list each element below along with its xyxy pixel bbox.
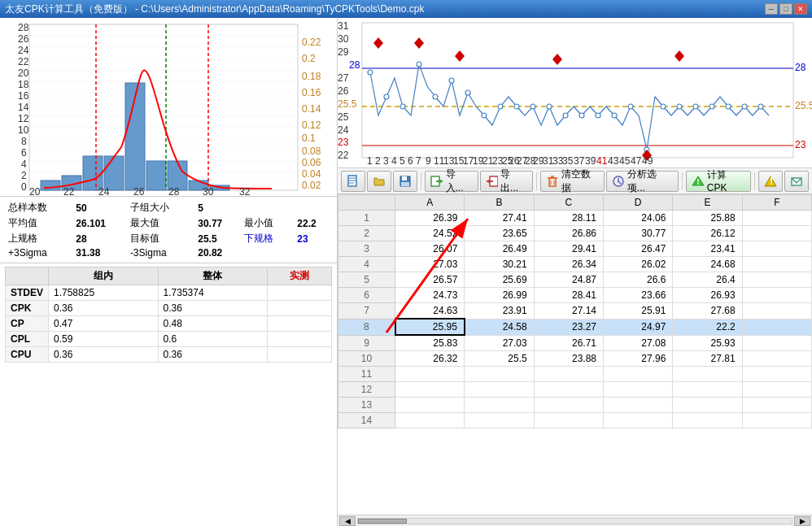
cell-f[interactable] [742,211,811,226]
cell-f[interactable] [742,367,811,382]
cell-a[interactable]: 26.57 [395,272,465,288]
cell-a[interactable]: 26.07 [395,241,465,257]
cell-e[interactable] [673,398,742,413]
cell-c[interactable]: 26.34 [534,257,603,272]
cell-b[interactable]: 27.41 [465,211,534,226]
cell-b[interactable]: 24.58 [465,319,534,335]
cell-f[interactable] [742,288,811,303]
cell-c[interactable]: 23.27 [534,319,603,335]
cell-e[interactable]: 22.2 [673,319,742,335]
cell-d[interactable] [603,382,672,398]
cell-b[interactable]: 23.65 [465,226,534,241]
col-F[interactable]: F [742,195,811,211]
cell-d[interactable] [603,367,672,382]
col-D[interactable]: D [603,195,672,211]
cell-a[interactable]: 25.95 [395,319,465,335]
clear-button[interactable]: 清空数据 [540,171,605,192]
cell-f[interactable] [742,319,811,335]
cell-f[interactable] [742,413,811,428]
cell-c[interactable]: 28.41 [534,288,603,303]
cell-d[interactable]: 26.47 [603,241,672,257]
cell-a[interactable]: 24.52 [395,226,465,241]
cell-f[interactable] [742,382,811,398]
cell-e[interactable]: 26.12 [673,226,742,241]
cell-d[interactable]: 30.77 [603,226,672,241]
cell-a[interactable]: 26.39 [395,211,465,226]
cell-b[interactable] [465,382,534,398]
cell-e[interactable]: 27.81 [673,351,742,367]
cell-c[interactable]: 23.88 [534,351,603,367]
cell-a[interactable] [395,398,465,413]
table-row[interactable]: 11 [338,367,812,382]
col-A[interactable]: A [395,195,465,211]
table-row[interactable]: 12 [338,382,812,398]
cell-b[interactable]: 27.03 [465,335,534,351]
scroll-thumb[interactable] [358,519,407,524]
cell-b[interactable]: 25.5 [465,351,534,367]
table-row[interactable]: 1026.3225.523.8827.9627.81 [338,351,812,367]
new-button[interactable] [341,171,365,192]
export-button[interactable]: 导出... [480,171,534,192]
cell-e[interactable]: 25.88 [673,211,742,226]
cell-b[interactable]: 26.49 [465,241,534,257]
cell-a[interactable] [395,413,465,428]
cell-f[interactable] [742,226,811,241]
maximize-button[interactable]: □ [779,3,792,15]
cell-b[interactable]: 25.69 [465,272,534,288]
cell-c[interactable]: 26.71 [534,335,603,351]
data-table-container[interactable]: A B C D E F 126.3927.4128.1124.0625.8822… [338,194,812,515]
analyze-button[interactable]: 分析选项... [606,171,679,192]
cell-e[interactable]: 24.68 [673,257,742,272]
table-row[interactable]: 825.9524.5823.2724.9722.2 [338,319,812,335]
cell-c[interactable]: 27.14 [534,303,603,320]
cell-b[interactable]: 30.21 [465,257,534,272]
cell-d[interactable] [603,398,672,413]
cell-e[interactable]: 27.68 [673,303,742,320]
cell-b[interactable]: 23.91 [465,303,534,320]
cell-e[interactable]: 26.93 [673,288,742,303]
table-row[interactable]: 624.7326.9928.4123.6626.93 [338,288,812,303]
cell-e[interactable] [673,367,742,382]
cell-f[interactable] [742,398,811,413]
col-E[interactable]: E [673,195,742,211]
cell-c[interactable] [534,367,603,382]
cell-f[interactable] [742,351,811,367]
minimize-button[interactable]: ─ [765,3,778,15]
col-C[interactable]: C [534,195,603,211]
cell-a[interactable] [395,367,465,382]
table-row[interactable]: 427.0330.2126.3426.0224.68 [338,257,812,272]
table-row[interactable]: 126.3927.4128.1124.0625.88 [338,211,812,226]
cell-d[interactable]: 26.6 [603,272,672,288]
cell-d[interactable]: 24.97 [603,319,672,335]
cell-c[interactable] [534,382,603,398]
cell-b[interactable] [465,367,534,382]
table-row[interactable]: 724.6323.9127.1425.9127.68 [338,303,812,320]
open-button[interactable] [367,171,391,192]
table-row[interactable]: 13 [338,398,812,413]
cell-c[interactable] [534,413,603,428]
cell-e[interactable]: 23.41 [673,241,742,257]
cell-a[interactable] [395,382,465,398]
table-row[interactable]: 224.5223.6526.8630.7726.12 [338,226,812,241]
cell-e[interactable] [673,382,742,398]
table-row[interactable]: 925.8327.0326.7127.0825.93 [338,335,812,351]
cell-a[interactable]: 24.63 [395,303,465,320]
cell-a[interactable]: 25.83 [395,335,465,351]
cell-d[interactable]: 27.96 [603,351,672,367]
scroll-track[interactable] [357,518,792,524]
cell-d[interactable]: 24.06 [603,211,672,226]
cell-c[interactable]: 26.86 [534,226,603,241]
cell-c[interactable] [534,398,603,413]
warn-button[interactable]: ! [758,171,783,192]
table-row[interactable]: 14 [338,413,812,428]
cell-f[interactable] [742,303,811,320]
cell-f[interactable] [742,335,811,351]
cell-b[interactable]: 26.99 [465,288,534,303]
cell-d[interactable] [603,413,672,428]
cell-f[interactable] [742,272,811,288]
horizontal-scrollbar[interactable]: ◀ ▶ [338,515,812,526]
cell-f[interactable] [742,241,811,257]
cell-e[interactable]: 25.93 [673,335,742,351]
cell-e[interactable] [673,413,742,428]
close-button[interactable]: ✕ [794,3,807,15]
